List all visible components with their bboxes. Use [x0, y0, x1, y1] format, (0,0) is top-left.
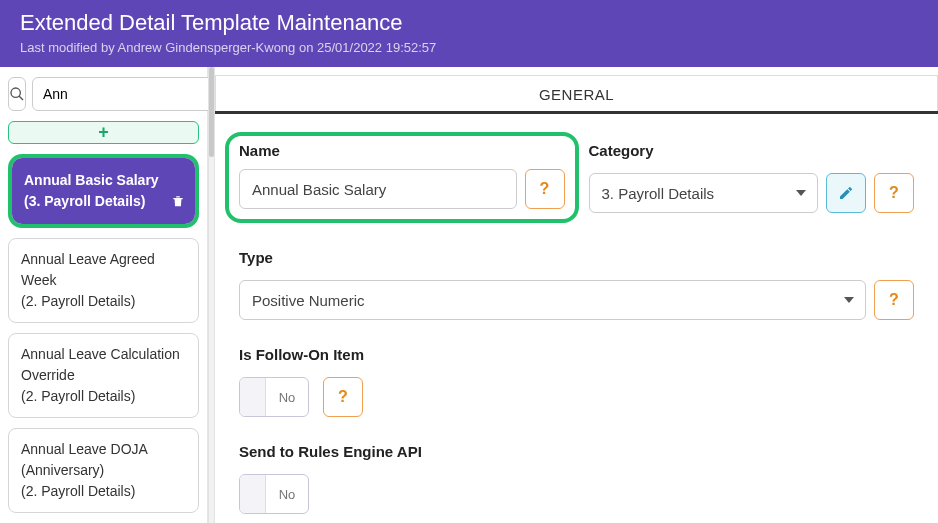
svg-line-1 — [19, 96, 23, 100]
follow-on-label: Is Follow-On Item — [239, 346, 914, 363]
search-icon — [9, 86, 25, 102]
field-rules-engine: Send to Rules Engine API No — [239, 443, 914, 514]
trash-icon — [171, 194, 185, 208]
tab-bar: GENERAL — [215, 75, 938, 114]
search-input[interactable] — [32, 77, 229, 111]
toggle-knob — [240, 378, 266, 416]
body: + Annual Basic Salary (3. Payroll Detail… — [0, 67, 938, 523]
category-help-button[interactable]: ? — [874, 173, 914, 213]
svg-point-0 — [11, 88, 20, 97]
sidebar-item-title: Annual Leave Agreed Week — [21, 249, 186, 291]
category-select-wrap: 3. Payroll Details — [589, 173, 819, 213]
field-follow-on: Is Follow-On Item No ? — [239, 346, 914, 417]
main-panel: GENERAL Name ? Category — [215, 67, 938, 523]
sidebar-item-sub: (2. Payroll Details) — [21, 291, 186, 312]
delete-button[interactable] — [171, 193, 185, 214]
field-category: Category 3. Payroll Details ? — [589, 142, 915, 213]
name-help-button[interactable]: ? — [525, 169, 565, 209]
toggle-state: No — [266, 378, 308, 416]
sidebar-item-annual-leave-doja[interactable]: Annual Leave DOJA (Anniversary) (2. Payr… — [8, 428, 199, 513]
page-title: Extended Detail Template Maintenance — [20, 10, 918, 36]
type-help-button[interactable]: ? — [874, 280, 914, 320]
sidebar-scrollbar[interactable] — [208, 67, 215, 523]
category-label: Category — [589, 142, 915, 159]
tab-general[interactable]: GENERAL — [215, 75, 938, 111]
add-button[interactable]: + — [8, 121, 199, 144]
sidebar-item-selected-highlight: Annual Basic Salary (3. Payroll Details) — [8, 154, 199, 228]
name-label: Name — [239, 142, 565, 159]
sidebar-item-sub: (2. Payroll Details) — [21, 481, 186, 502]
toggle-knob — [240, 475, 266, 513]
field-type: Type Positive Numeric ? — [239, 249, 914, 320]
sidebar-item-sub: (3. Payroll Details) — [24, 191, 183, 212]
follow-on-help-button[interactable]: ? — [323, 377, 363, 417]
pencil-icon — [838, 185, 854, 201]
sidebar: + Annual Basic Salary (3. Payroll Detail… — [0, 67, 208, 523]
sidebar-item-annual-basic-salary[interactable]: Annual Basic Salary (3. Payroll Details) — [12, 158, 195, 224]
sidebar-item-title: Annual Leave Calculation Override — [21, 344, 186, 386]
sidebar-item-title: Annual Leave DOJA (Anniversary) — [21, 439, 186, 481]
sidebar-item-annual-leave-agreed-week[interactable]: Annual Leave Agreed Week (2. Payroll Det… — [8, 238, 199, 323]
plus-icon: + — [98, 122, 109, 143]
follow-on-toggle[interactable]: No — [239, 377, 309, 417]
name-input[interactable] — [239, 169, 517, 209]
type-select-wrap: Positive Numeric — [239, 280, 866, 320]
type-select[interactable]: Positive Numeric — [239, 280, 866, 320]
search-row — [8, 77, 199, 111]
sidebar-item-annual-leave-calc-override[interactable]: Annual Leave Calculation Override (2. Pa… — [8, 333, 199, 418]
type-label: Type — [239, 249, 914, 266]
scrollbar-thumb[interactable] — [209, 67, 214, 157]
name-highlight: Name ? — [225, 132, 579, 223]
rules-label: Send to Rules Engine API — [239, 443, 914, 460]
form-area: Name ? Category 3. Payroll Details — [215, 114, 938, 523]
last-modified-text: Last modified by Andrew Gindensperger-Kw… — [20, 40, 918, 55]
category-edit-button[interactable] — [826, 173, 866, 213]
page-header: Extended Detail Template Maintenance Las… — [0, 0, 938, 67]
sidebar-item-sub: (2. Payroll Details) — [21, 386, 186, 407]
rules-toggle[interactable]: No — [239, 474, 309, 514]
toggle-state: No — [266, 475, 308, 513]
sidebar-item-title: Annual Basic Salary — [24, 170, 183, 191]
field-name: Name ? — [239, 142, 565, 223]
search-button[interactable] — [8, 77, 26, 111]
category-select[interactable]: 3. Payroll Details — [589, 173, 819, 213]
